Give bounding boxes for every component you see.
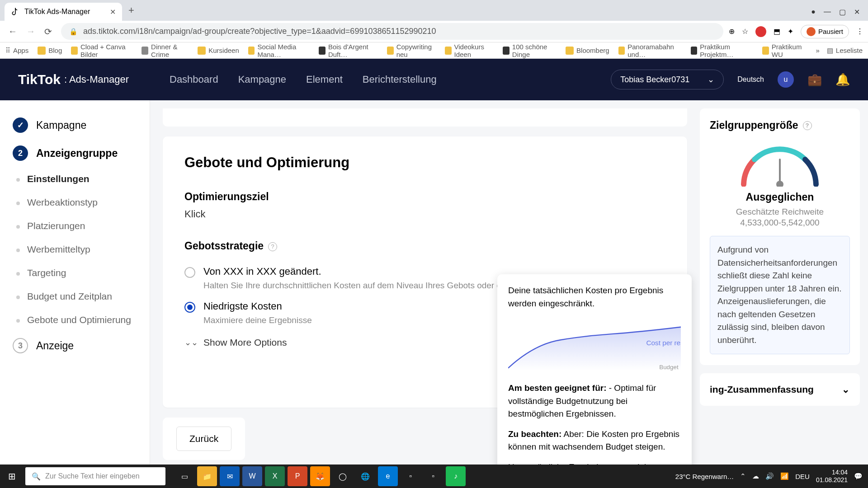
folder-icon (248, 47, 255, 55)
maximize-icon[interactable]: ▢ (839, 8, 846, 16)
apps-shortcut[interactable]: ⠿Apps (5, 47, 28, 55)
profile-chip[interactable]: Pausiert (801, 25, 849, 38)
star-icon[interactable]: ☆ (742, 27, 748, 36)
right-rail: Zielgruppengröße ? Ausgeglichen Geschätz… (700, 100, 868, 465)
wifi-icon[interactable]: 📶 (780, 472, 789, 480)
logo[interactable]: TikTok : Ads-Manager (18, 72, 129, 87)
chrome-icon[interactable]: 🌐 (355, 466, 375, 486)
bell-icon[interactable]: 🔔 (835, 73, 850, 87)
start-button[interactable]: ⊞ (0, 465, 24, 488)
tooltip-extra: Um zusätzliche Ergebnisse zu erzielen, m… (508, 461, 681, 465)
reading-list-button[interactable]: ▤Leseliste (827, 47, 863, 55)
reload-icon[interactable]: ⟳ (44, 26, 52, 37)
extension-icon[interactable]: ⬒ (774, 27, 780, 36)
help-icon[interactable]: ? (268, 242, 277, 251)
taskbar-search[interactable]: 🔍 Zur Suche Text hier eingeben (25, 467, 165, 485)
substep-einstellungen[interactable]: Einstellungen (27, 167, 150, 191)
windows-taskbar: ⊞ 🔍 Zur Suche Text hier eingeben ▭ 📁 ✉ W… (0, 465, 868, 488)
weather-widget[interactable]: 23°C Regenwarn… (675, 473, 734, 480)
nav-berichterstellung[interactable]: Berichterstellung (363, 74, 437, 85)
step-anzeigengruppe[interactable]: 2 Anzeigengruppe (0, 139, 150, 167)
bookmark-copy[interactable]: Copywriting neu (387, 43, 436, 58)
taskview-icon[interactable]: ▭ (175, 466, 194, 486)
extension-abp-icon[interactable] (755, 26, 766, 37)
bookmark-100[interactable]: 100 schöne Dinge (503, 43, 557, 58)
explorer-icon[interactable]: 📁 (197, 466, 217, 486)
bookmark-praktikum[interactable]: Praktikum Projektm… (691, 43, 754, 58)
back-icon[interactable]: ← (8, 26, 17, 37)
bookmarks-overflow-icon[interactable]: » (816, 47, 819, 54)
date: 01.08.2021 (816, 476, 848, 484)
avatar[interactable]: u (778, 71, 794, 88)
help-icon[interactable]: ? (803, 121, 812, 130)
step-kampagne[interactable]: ✓ Kampagne (0, 111, 150, 139)
nav-kampagne[interactable]: Kampagne (238, 74, 286, 85)
nav-dashboard[interactable]: Dashboard (170, 74, 218, 85)
briefcase-icon[interactable]: 💼 (807, 73, 822, 87)
bookmark-social[interactable]: Social Media Mana… (248, 43, 310, 58)
close-icon[interactable]: ✕ (110, 8, 116, 16)
logo-subtitle: : Ads-Manager (64, 74, 129, 85)
mail-icon[interactable]: ✉ (220, 466, 240, 486)
extensions-menu-icon[interactable]: ✦ (788, 27, 793, 36)
back-button[interactable]: Zurück (176, 427, 231, 451)
bookmark-bois[interactable]: Bois d'Argent Duft… (319, 43, 378, 58)
url-input[interactable]: 🔒 ads.tiktok.com/i18n/campaign/ad-group/… (61, 23, 723, 40)
nav-element[interactable]: Element (306, 74, 343, 85)
account-dropdown[interactable]: Tobias Becker0731 ⌄ (611, 70, 724, 89)
bookmark-dinner[interactable]: Dinner & Crime (142, 43, 189, 58)
excel-icon[interactable]: X (265, 466, 285, 486)
bookmark-kursideen[interactable]: Kursideen (198, 47, 239, 55)
folder-icon (445, 47, 452, 55)
minimize-icon[interactable]: — (824, 8, 831, 16)
targeting-summary-card[interactable]: ing-Zusammenfassung ⌄ (700, 373, 860, 406)
onedrive-icon[interactable]: ☁ (752, 472, 759, 480)
substep-budget[interactable]: Budget und Zeitplan (27, 285, 150, 308)
forward-icon[interactable]: → (26, 26, 35, 37)
obs-icon[interactable]: ◯ (333, 466, 353, 486)
substep-werbeaktionstyp[interactable]: Werbeaktionstyp (27, 191, 150, 214)
step-label: Anzeige (36, 340, 74, 352)
powerpoint-icon[interactable]: P (288, 466, 307, 486)
step-anzeige[interactable]: 3 Anzeige (0, 332, 150, 360)
zoom-icon[interactable]: ⊕ (729, 27, 735, 36)
substep-platzierungen[interactable]: Platzierungen (27, 214, 150, 238)
account-dot-icon[interactable]: ● (811, 8, 816, 16)
firefox-icon[interactable]: 🦊 (310, 466, 330, 486)
notifications-icon[interactable]: 💬 (854, 472, 863, 480)
summary-title: ing-Zusammenfassung (710, 384, 814, 395)
app-icon[interactable]: ▫ (401, 466, 420, 486)
clock[interactable]: 14:04 01.08.2021 (816, 469, 848, 484)
bookmark-wu[interactable]: Praktikum WU (762, 43, 807, 58)
folder-icon (762, 47, 769, 55)
close-window-icon[interactable]: ✕ (854, 8, 860, 16)
profile-avatar-icon (807, 27, 816, 36)
volume-icon[interactable]: 🔊 (765, 472, 774, 480)
kebab-menu-icon[interactable]: ⋮ (856, 27, 863, 36)
substep-werbemitteltyp[interactable]: Werbemitteltyp (27, 238, 150, 261)
browser-tab[interactable]: TikTok Ads-Manager ✕ (5, 3, 122, 21)
app-icon[interactable]: ▫ (423, 466, 443, 486)
bookmark-video[interactable]: Videokurs Ideen (445, 43, 494, 58)
word-icon[interactable]: W (242, 466, 262, 486)
spotify-icon[interactable]: ♪ (446, 466, 466, 486)
substep-gebote[interactable]: Gebote und Optimierung (27, 308, 150, 332)
prev-card-edge (163, 108, 687, 127)
tooltip-headline: Deine tatsächlichen Kosten pro Ergebnis … (508, 284, 681, 310)
bookmark-panorama[interactable]: Panoramabahn und… (618, 43, 682, 58)
language-indicator[interactable]: DEU (795, 473, 810, 480)
bookmark-bloomberg[interactable]: Bloomberg (566, 47, 609, 55)
edge-icon[interactable]: e (378, 466, 398, 486)
page-icon (691, 47, 698, 55)
bookmark-cload[interactable]: Cload + Canva Bilder (71, 43, 132, 58)
bookmark-blog[interactable]: Blog (38, 47, 62, 55)
folder-icon (387, 47, 394, 55)
substeps: Einstellungen Werbeaktionstyp Platzierun… (0, 167, 150, 332)
new-tab-button[interactable]: + (122, 0, 141, 21)
step-label: Anzeigengruppe (36, 147, 118, 160)
tray-chevron-icon[interactable]: ⌃ (740, 472, 746, 480)
language-selector[interactable]: Deutsch (737, 75, 764, 84)
folder-icon (198, 47, 206, 55)
search-placeholder: Zur Suche Text hier eingeben (45, 472, 140, 480)
substep-targeting[interactable]: Targeting (27, 261, 150, 285)
